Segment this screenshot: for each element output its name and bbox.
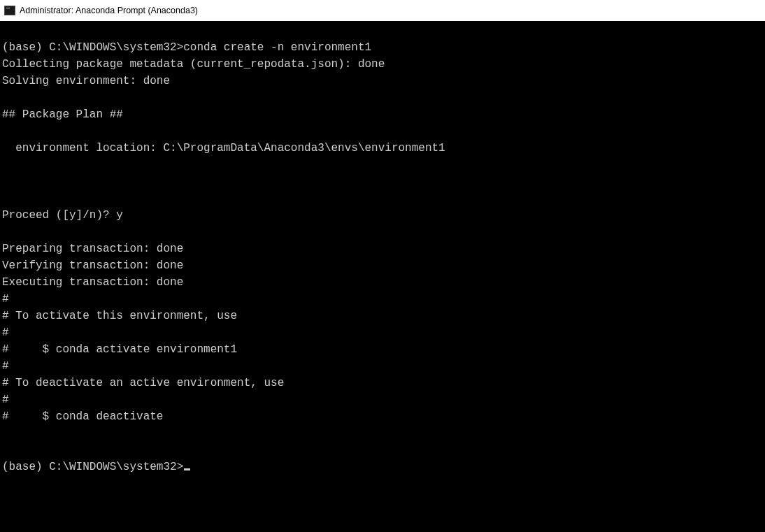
- terminal-line: Executing transaction: done: [2, 274, 763, 291]
- terminal-line: # To deactivate an active environment, u…: [2, 375, 763, 391]
- terminal-line: # To activate this environment, use: [2, 308, 763, 324]
- terminal-line: [2, 157, 763, 173]
- terminal-line: #: [2, 391, 763, 408]
- terminal-line: Proceed ([y]/n)? y: [2, 207, 763, 224]
- terminal-line: Preparing transaction: done: [2, 240, 763, 257]
- terminal-line: Verifying transaction: done: [2, 257, 763, 274]
- terminal-line: [2, 173, 763, 190]
- terminal-line: #: [2, 358, 763, 375]
- terminal-line: # $ conda activate environment1: [2, 341, 763, 358]
- terminal-line: #: [2, 324, 763, 341]
- title-bar: Administrator: Anaconda Prompt (Anaconda…: [0, 0, 765, 21]
- terminal-line: [2, 123, 763, 140]
- terminal-line: (base) C:\WINDOWS\system32>conda create …: [2, 39, 763, 56]
- window-title: Administrator: Anaconda Prompt (Anaconda…: [20, 6, 198, 15]
- terminal-line: # $ conda deactivate: [2, 408, 763, 425]
- cursor-icon: [184, 468, 190, 470]
- terminal-line: [2, 89, 763, 106]
- terminal-line: [2, 442, 763, 459]
- terminal-line: [2, 190, 763, 207]
- terminal-line: environment location: C:\ProgramData\Ana…: [2, 140, 763, 157]
- terminal-line: Solving environment: done: [2, 73, 763, 89]
- terminal-line: #: [2, 291, 763, 308]
- terminal-line: Collecting package metadata (current_rep…: [2, 56, 763, 73]
- terminal-line: [2, 224, 763, 240]
- terminal-line: [2, 22, 763, 39]
- terminal-line: [2, 425, 763, 442]
- terminal-icon: [4, 6, 15, 15]
- terminal-prompt-line[interactable]: (base) C:\WINDOWS\system32>: [2, 459, 763, 475]
- terminal-line: ## Package Plan ##: [2, 106, 763, 123]
- terminal-output[interactable]: (base) C:\WINDOWS\system32>conda create …: [0, 21, 765, 532]
